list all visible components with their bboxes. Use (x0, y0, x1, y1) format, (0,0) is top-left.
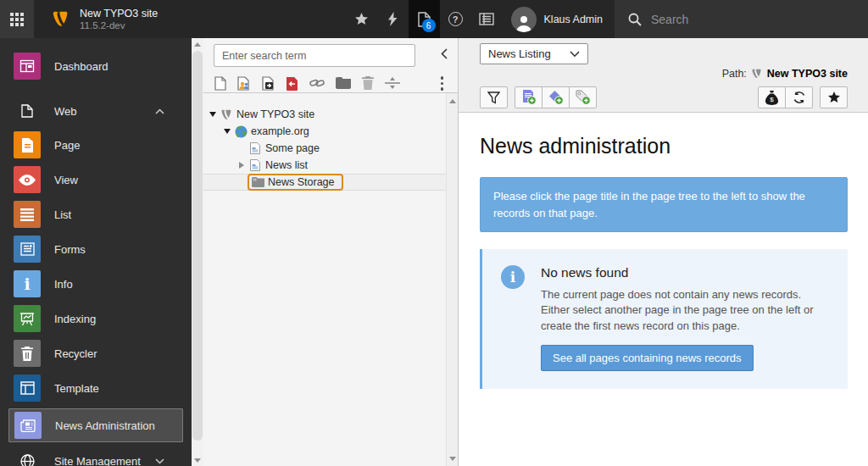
opened-documents-count-badge: 6 (422, 19, 436, 32)
new-tag-button[interactable] (569, 86, 597, 108)
docheader-buttons-right: $ (758, 86, 848, 108)
view-mode-value: News Listing (488, 47, 551, 60)
sidebar-section-label: Site Management (54, 455, 141, 466)
callout-title: No news found (541, 265, 827, 280)
page-tree-panel: New TYPO3 site example.org Some page New… (203, 38, 458, 466)
page-module-icon (14, 131, 41, 158)
help-button[interactable]: ? (440, 0, 471, 38)
bookmark-button[interactable] (820, 86, 848, 108)
sidebar-item-dashboard[interactable]: Dashboard (14, 53, 178, 80)
new-category-button[interactable] (542, 86, 570, 108)
tree-node-label: Some page (263, 142, 320, 154)
link-icon[interactable] (309, 78, 325, 88)
opened-documents-button[interactable]: 6 (409, 0, 440, 38)
scroll-down-arrow-icon[interactable] (192, 454, 203, 466)
no-news-callout: i No news found The current page does no… (480, 249, 848, 389)
site-title: New TYPO3 site (80, 8, 158, 20)
bookmarks-button[interactable] (346, 0, 377, 38)
trash-icon[interactable] (362, 76, 374, 90)
bolt-icon (388, 12, 398, 26)
info-icon: i (14, 270, 41, 297)
tree-search-input[interactable] (214, 44, 415, 67)
page-icon (248, 142, 263, 154)
sidebar-item-label: Template (54, 382, 99, 395)
new-link-page-icon[interactable] (286, 76, 298, 91)
tree-more-menu-icon[interactable] (441, 76, 444, 91)
sidebar-item-forms[interactable]: Forms (14, 236, 178, 263)
chevron-up-icon (155, 108, 164, 114)
typo3-record-icon (751, 68, 763, 80)
sidebar-item-recycler[interactable]: Recycler (14, 340, 178, 367)
collapse-tree-icon[interactable] (441, 48, 448, 59)
scrollbar-thumb[interactable] (192, 51, 203, 441)
sidebar-item-template[interactable]: Template (14, 374, 178, 402)
sidebar-item-view[interactable]: View (14, 166, 178, 193)
typo3-root-icon (219, 108, 234, 121)
tree-node-news-storage[interactable]: News Storage (203, 174, 446, 191)
sidebar-item-info[interactable]: i Info (14, 270, 178, 297)
star-filled-icon (827, 92, 841, 104)
sidebar-item-label: News Administration (55, 419, 155, 432)
see-all-pages-button[interactable]: See all pages containing news records (541, 345, 754, 371)
avatar (511, 7, 537, 32)
expand-arrow-icon[interactable] (236, 162, 248, 169)
breadcrumb: Path: New TYPO3 site (722, 68, 848, 80)
new-news-record-button[interactable] (515, 86, 542, 108)
funnel-icon (487, 92, 500, 104)
scroll-up-arrow-icon[interactable] (447, 95, 459, 107)
doc-header: News Listing Path: New TYPO3 site (459, 38, 868, 113)
tree-node-news-list[interactable]: News list (203, 157, 446, 174)
view-mode-select[interactable]: News Listing (480, 43, 588, 64)
top-bar: New TYPO3 site 11.5.2-dev 6 ? Klaus Admi… (0, 0, 868, 38)
category-plus-icon (548, 90, 564, 105)
clear-cache-button[interactable] (377, 0, 409, 38)
tag-plus-icon (576, 90, 591, 105)
callout-body: The current page does not contain any ne… (541, 287, 827, 334)
typo3-logo-icon (51, 9, 71, 29)
page-tree-scrollbar[interactable] (446, 93, 458, 466)
user-menu-button[interactable]: Klaus Admin (503, 0, 615, 38)
sidebar-item-news-administration[interactable]: News Administration (8, 408, 183, 442)
expand-arrow-icon[interactable] (221, 129, 233, 134)
spacer-divider-icon[interactable] (385, 77, 400, 89)
sidebar-item-label: Page (54, 139, 80, 152)
folder-icon[interactable] (336, 77, 351, 89)
username-label: Klaus Admin (544, 14, 603, 25)
page-title: News administration (480, 134, 848, 158)
dashboard-icon (14, 53, 41, 80)
expand-arrow-icon[interactable] (207, 112, 219, 117)
module-menu-scrollbar[interactable] (192, 38, 203, 466)
chevron-down-icon (155, 458, 164, 464)
money-bag-icon: $ (765, 91, 778, 105)
refresh-button[interactable] (785, 86, 813, 108)
search-icon (628, 13, 642, 26)
new-page-toolbar (214, 73, 400, 93)
new-shortcut-page-icon[interactable] (262, 76, 275, 91)
new-page-icon[interactable] (214, 76, 226, 91)
site-version: 11.5.2-dev (80, 20, 158, 31)
document-plus-icon (521, 90, 537, 105)
scroll-down-arrow-icon[interactable] (447, 452, 459, 464)
sidebar-item-list[interactable]: List (14, 201, 178, 228)
system-information-button[interactable] (471, 0, 503, 38)
sidebar-section-site-management[interactable]: Site Management (14, 452, 178, 466)
globe-outline-icon (14, 454, 41, 466)
tree-node-root[interactable]: New TYPO3 site (203, 106, 446, 123)
tree-divider (203, 92, 458, 93)
sidebar-item-page[interactable]: Page (14, 131, 178, 158)
sidebar-item-indexing[interactable]: Indexing (14, 305, 178, 332)
application-grid-button[interactable] (0, 0, 34, 38)
path-label: Path: (722, 68, 747, 80)
scroll-up-arrow-icon[interactable] (192, 38, 203, 50)
search-input[interactable] (651, 13, 821, 26)
site-brand[interactable]: New TYPO3 site 11.5.2-dev (34, 0, 166, 38)
new-page-users-icon[interactable] (237, 76, 251, 91)
chevron-down-icon (570, 51, 580, 58)
tree-node-some-page[interactable]: Some page (203, 140, 446, 157)
filter-button[interactable] (480, 86, 508, 108)
sidebar-section-web[interactable]: Web (14, 103, 178, 119)
tree-node-site[interactable]: example.org (203, 123, 446, 140)
donate-button[interactable]: $ (758, 86, 786, 108)
path-value: New TYPO3 site (767, 68, 848, 80)
sidebar-item-label: Dashboard (54, 60, 108, 73)
